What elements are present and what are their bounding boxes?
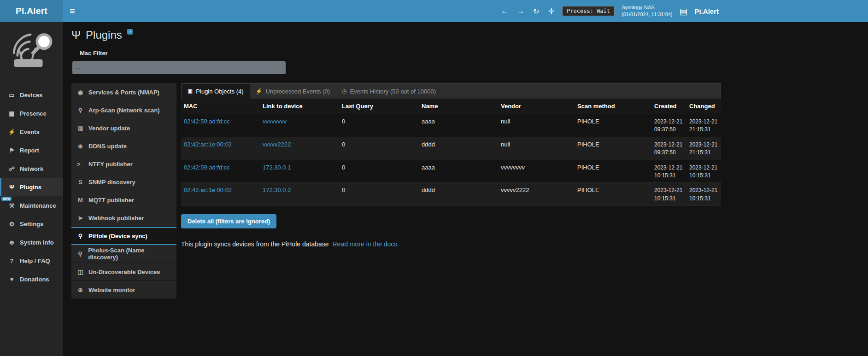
- plugin-nav-item-arpscan[interactable]: ⚲ Arp-Scan (Network scan): [71, 101, 176, 119]
- device-link[interactable]: 172.30.0.1: [263, 164, 291, 171]
- col-mac: MAC: [181, 99, 260, 114]
- changed-cell: 2023-12-21 21:15:31: [686, 137, 721, 160]
- back-icon[interactable]: ←: [500, 7, 509, 15]
- plugin-nav-item-snmp[interactable]: S SNMP discovery: [71, 173, 176, 191]
- router-scan-logo: [0, 22, 63, 77]
- table-row: 02:42:ac:1e:00:02 vvvvv2222 0 dddd null …: [181, 137, 721, 160]
- sidebar-item-maintenance[interactable]: NEW ⚒ Maintenance: [0, 196, 63, 215]
- gear-icon: ⚙: [8, 221, 16, 228]
- sidebar-item-label: Settings: [20, 221, 43, 228]
- name-cell: aaaa: [419, 114, 498, 137]
- sidebar: ▭ Devices ▦ Presence ⚡ Events ⚑ Report ☍…: [0, 22, 63, 356]
- created-cell: 2023-12-21 09:37:50: [651, 114, 686, 137]
- mac-link[interactable]: 02:42:ac:1e:00:02: [184, 187, 232, 193]
- sidebar-item-presence[interactable]: ▦ Presence: [0, 104, 63, 123]
- tab-label: Plugin Objects (4): [196, 88, 243, 95]
- plug-icon: Ψ: [8, 184, 16, 191]
- binoculars-icon: ◫: [76, 268, 84, 275]
- sidebar-item-label: Report: [20, 147, 39, 154]
- col-name: Name: [419, 99, 498, 114]
- scan-method-cell: PIHOLE: [575, 137, 651, 160]
- brand-name: Pi.Alert: [694, 7, 719, 15]
- sidebar-item-label: Events: [20, 128, 40, 135]
- router-logo-graphic: [8, 29, 56, 75]
- page-title-row: Ψ Plugins ?: [71, 29, 868, 41]
- new-badge: NEW: [1, 197, 12, 201]
- mac-cell: 02:42:59:ad:fd:cc: [181, 160, 260, 183]
- page-title: Plugins: [86, 29, 122, 41]
- vendor-cell: null: [498, 114, 575, 137]
- plugin-nav-label: PiHole (Device sync): [88, 233, 147, 239]
- sidebar-item-devices[interactable]: ▭ Devices: [0, 86, 63, 104]
- app-logo[interactable]: Pi.Alert: [0, 0, 63, 22]
- table-row: 02:42:ac:1e:00:02 172.30.0.2 0 dddd vvvv…: [181, 183, 721, 206]
- tab-plugin-objects[interactable]: ▣ Plugin Objects (4): [182, 84, 250, 99]
- sidebar-item-settings[interactable]: ⚙ Settings: [0, 215, 63, 233]
- sidebar-item-help-faq[interactable]: ? Help / FAQ: [0, 251, 63, 270]
- plugin-nav-item-mqtt[interactable]: M MQTT publisher: [71, 191, 176, 209]
- clock-icon: ◷: [342, 88, 346, 94]
- sidebar-item-system-info[interactable]: ⊕ System info: [0, 233, 63, 251]
- process-status-badge[interactable]: Process: Wait: [562, 6, 615, 16]
- plugin-nav-item-pholus[interactable]: ⚲ Pholus-Scan (Name discovery): [71, 245, 176, 263]
- nas-icon: ▤: [680, 6, 688, 17]
- sidebar-item-donations[interactable]: ♥ Donations: [0, 270, 63, 288]
- calendar-icon: ▦: [8, 110, 16, 117]
- sidebar-item-label: Devices: [20, 92, 42, 99]
- plugin-nav-item-website-monitor[interactable]: ⊕ Website monitor: [71, 281, 176, 299]
- tab-unprocessed-events[interactable]: ⚡ Unprocessed Events (0): [250, 84, 336, 99]
- last-query-cell: 0: [339, 160, 419, 183]
- content-row: ◉ Services & Ports (NMAP) ⚲ Arp-Scan (Ne…: [71, 83, 868, 299]
- sidebar-item-label: Maintenance: [20, 202, 56, 209]
- mac-filter-input[interactable]: [72, 61, 286, 74]
- host-info: Synology-NAS (01/01/2024, 11:31:04): [622, 4, 673, 18]
- snmp-icon: S: [76, 179, 84, 186]
- plugin-nav-label: Webhook publisher: [88, 215, 144, 222]
- hamburger-icon[interactable]: ≡: [70, 6, 83, 17]
- move-icon[interactable]: ✛: [547, 7, 555, 16]
- created-cell: 2023-12-21 10:15:31: [651, 160, 686, 183]
- sidebar-item-label: Plugins: [20, 184, 41, 191]
- plugin-nav-item-undiscoverable[interactable]: ◫ Un-Discoverable Devices: [71, 263, 176, 281]
- col-created: Created: [651, 99, 686, 114]
- sidebar-item-label: System info: [20, 239, 54, 246]
- sidebar-item-events[interactable]: ⚡ Events: [0, 123, 63, 141]
- name-cell: aaaa: [419, 160, 498, 183]
- sidebar-item-label: Help / FAQ: [20, 257, 50, 264]
- plugin-nav-item-ddns[interactable]: ⊕ DDNS update: [71, 137, 176, 155]
- device-link[interactable]: vvvvvvvv: [263, 118, 287, 125]
- col-link: Link to device: [260, 99, 339, 114]
- mac-link[interactable]: 02:42:ac:1e:00:02: [184, 141, 232, 148]
- created-cell: 2023-12-21 09:37:50: [651, 137, 686, 160]
- last-query-cell: 0: [339, 183, 419, 206]
- plug-title-icon: Ψ: [71, 29, 81, 41]
- docs-link[interactable]: Read more in the docs.: [333, 240, 399, 248]
- plugin-nav-item-pihole[interactable]: ⚲ PiHole (Device sync): [71, 227, 176, 245]
- device-link[interactable]: 172.30.0.2: [263, 187, 291, 193]
- terminal-icon: >_: [76, 161, 84, 168]
- mac-link[interactable]: 02:42:59:ad:fd:cc: [184, 118, 230, 125]
- plugin-nav-item-ntfy[interactable]: >_ NTFY publisher: [71, 155, 176, 173]
- plugin-nav-label: Un-Discoverable Devices: [88, 268, 160, 275]
- device-link-cell: vvvvv2222: [260, 137, 339, 160]
- delete-all-button[interactable]: Delete all (filters are ignored): [181, 214, 276, 228]
- plugin-nav-item-webhook[interactable]: ➤ Webhook publisher: [71, 209, 176, 227]
- plugin-nav-item-nmap[interactable]: ◉ Services & Ports (NMAP): [71, 83, 176, 101]
- refresh-icon[interactable]: ↻: [532, 7, 540, 16]
- last-query-cell: 0: [339, 137, 419, 160]
- mac-link[interactable]: 02:42:59:ad:fd:cc: [184, 164, 230, 171]
- plugin-nav-item-vendor-update[interactable]: ▥ Vendor update: [71, 119, 176, 137]
- plugin-nav-label: Vendor update: [88, 125, 130, 132]
- sidebar-item-report[interactable]: ⚑ Report: [0, 141, 63, 159]
- device-link[interactable]: vvvvv2222: [263, 141, 291, 148]
- sidebar-item-plugins[interactable]: Ψ Plugins: [0, 178, 63, 196]
- forward-icon[interactable]: →: [516, 7, 525, 15]
- sidebar-item-network[interactable]: ☍ Network: [0, 159, 63, 178]
- vendor-cell: null: [498, 137, 575, 160]
- network-icon: ☍: [8, 165, 16, 172]
- tab-events-history[interactable]: ◷ Events History (50 out of 10000): [336, 84, 442, 99]
- col-scan-method: Scan method: [575, 99, 651, 114]
- help-badge[interactable]: ?: [127, 29, 133, 35]
- changed-cell: 2023-12-21 10:15:31: [686, 183, 721, 206]
- table-row: 02:42:59:ad:fd:cc 172.30.0.1 0 aaaa vvvv…: [181, 160, 721, 183]
